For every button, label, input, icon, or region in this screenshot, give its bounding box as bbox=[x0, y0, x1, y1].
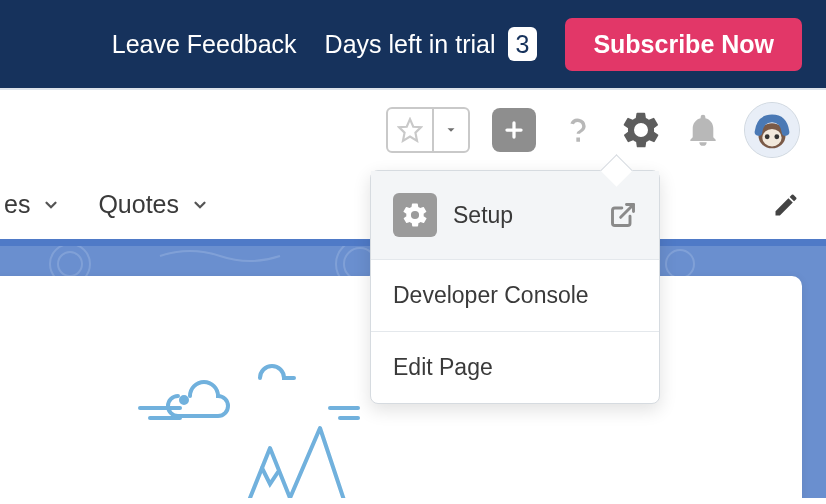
menu-item-edit-page[interactable]: Edit Page bbox=[371, 332, 659, 403]
trial-days-wrap: Days left in trial 3 bbox=[325, 27, 538, 61]
svg-marker-0 bbox=[399, 119, 421, 141]
setup-menu-icon-box bbox=[393, 193, 437, 237]
menu-item-edit-page-label: Edit Page bbox=[393, 354, 493, 381]
open-new-window-button[interactable] bbox=[609, 201, 637, 229]
svg-point-6 bbox=[765, 134, 770, 139]
chevron-down-icon bbox=[191, 196, 209, 214]
global-add-button[interactable] bbox=[492, 108, 536, 152]
menu-item-developer-console[interactable]: Developer Console bbox=[371, 260, 659, 332]
svg-point-7 bbox=[774, 134, 779, 139]
bell-icon bbox=[684, 111, 722, 149]
menu-item-setup[interactable]: Setup bbox=[371, 171, 659, 260]
favorite-star-button[interactable] bbox=[388, 109, 432, 151]
favorites-dropdown-button[interactable] bbox=[432, 109, 468, 151]
gear-lightning-icon bbox=[620, 109, 662, 151]
cloud-mountain-illustration-icon bbox=[130, 348, 390, 498]
pencil-icon bbox=[772, 191, 800, 219]
avatar-astro-icon bbox=[745, 102, 799, 158]
leave-feedback-link[interactable]: Leave Feedback bbox=[112, 30, 297, 59]
menu-item-setup-label: Setup bbox=[453, 202, 513, 229]
user-avatar[interactable] bbox=[744, 102, 800, 158]
star-icon bbox=[397, 117, 423, 143]
menu-item-developer-console-label: Developer Console bbox=[393, 282, 589, 309]
popout-icon bbox=[609, 201, 637, 229]
plus-icon bbox=[501, 117, 527, 143]
svg-point-13 bbox=[181, 397, 187, 403]
help-button[interactable] bbox=[558, 110, 598, 150]
caret-down-icon bbox=[444, 123, 458, 137]
svg-line-14 bbox=[621, 205, 634, 218]
chevron-down-icon bbox=[42, 196, 60, 214]
edit-pencil-button[interactable] bbox=[772, 191, 800, 219]
nav-item-quotes[interactable]: Quotes bbox=[94, 190, 213, 219]
svg-point-8 bbox=[58, 252, 82, 276]
nav-item-quotes-label: Quotes bbox=[98, 190, 179, 219]
setup-gear-button[interactable] bbox=[620, 109, 662, 151]
nav-item-truncated[interactable]: es bbox=[0, 190, 64, 219]
global-utility-bar bbox=[0, 90, 826, 170]
svg-rect-2 bbox=[505, 128, 522, 131]
svg-point-12 bbox=[666, 250, 694, 278]
favorites-combo[interactable] bbox=[386, 107, 470, 153]
setup-dropdown-menu: Setup Developer Console Edit Page bbox=[370, 170, 660, 404]
question-icon bbox=[558, 110, 598, 150]
trial-banner: Leave Feedback Days left in trial 3 Subs… bbox=[0, 0, 826, 90]
notifications-button[interactable] bbox=[684, 111, 722, 149]
gear-lightning-icon bbox=[401, 201, 429, 229]
nav-item-truncated-label: es bbox=[4, 190, 30, 219]
trial-days-label: Days left in trial bbox=[325, 30, 496, 59]
trial-days-count: 3 bbox=[508, 27, 538, 61]
subscribe-now-button[interactable]: Subscribe Now bbox=[565, 18, 802, 71]
